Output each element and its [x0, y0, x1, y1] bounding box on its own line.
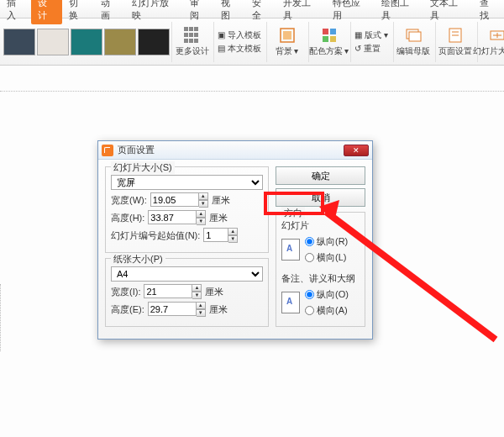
- page-portrait-icon: [281, 292, 300, 313]
- background-button[interactable]: 背景 ▾: [266, 22, 307, 62]
- spinner-buttons[interactable]: ▲▼: [192, 284, 202, 299]
- svg-rect-4: [323, 36, 328, 42]
- tab-search[interactable]: 查找: [473, 0, 504, 24]
- page-portrait-icon: [281, 239, 300, 261]
- tab-transition[interactable]: 切换: [62, 0, 93, 24]
- theme-thumb[interactable]: [138, 29, 170, 55]
- template-group: ▣导入模板 ▤本文模板: [213, 22, 265, 62]
- slides-orientation-header: 幻灯片: [281, 219, 360, 232]
- slide-size-group: 幻灯片大小(S) 宽屏 宽度(W): ▲▼ 厘米 高度(H): ▲▼ 厘米 幻灯…: [105, 166, 269, 253]
- svg-rect-7: [409, 32, 421, 41]
- tab-security[interactable]: 安全: [245, 0, 276, 24]
- import-icon: ▣: [218, 30, 225, 39]
- notes-orientation-header: 备注、讲义和大纲: [281, 272, 360, 285]
- dialog-titlebar[interactable]: 页面设置 ✕: [98, 141, 372, 160]
- svg-rect-3: [330, 29, 336, 34]
- slide-landscape-radio[interactable]: 横向(L): [305, 251, 348, 264]
- ribbon: 更多设计 ▣导入模板 ▤本文模板 背景 ▾ 配色方案 ▾ ▦版式 ▾ ↺重置 编…: [0, 18, 504, 66]
- tab-review[interactable]: 审阅: [183, 0, 214, 24]
- tab-texttools[interactable]: 文本工具: [423, 0, 472, 24]
- paper-size-preset-select[interactable]: A4: [111, 266, 263, 282]
- grid-icon: [184, 27, 201, 44]
- orientation-group: 方向 幻灯片 纵向(R) 横向(L) 备注、讲义和大纲 纵向(O) 横向(A): [276, 212, 365, 327]
- paper-width-input[interactable]: [144, 284, 192, 298]
- reset-icon: ↺: [354, 44, 361, 53]
- tab-insert[interactable]: 插入: [0, 0, 31, 24]
- tab-animation[interactable]: 动画: [94, 0, 125, 24]
- layout-icon: ▦: [354, 30, 362, 39]
- close-button[interactable]: ✕: [344, 145, 369, 156]
- slide-height-input[interactable]: [148, 210, 197, 224]
- slide-size-button[interactable]: 幻灯片大小 ▾: [477, 22, 504, 62]
- more-designs-button[interactable]: 更多设计: [171, 22, 212, 62]
- theme-thumbnails[interactable]: [3, 29, 170, 55]
- height-label: 高度(H):: [111, 212, 144, 224]
- spinner-buttons[interactable]: ▲▼: [197, 302, 206, 317]
- theme-thumb[interactable]: [104, 29, 136, 55]
- tab-devtools[interactable]: 开发工具: [276, 0, 325, 24]
- slide-size-icon: [489, 27, 504, 44]
- page-setup-button[interactable]: 页面设置: [435, 22, 475, 62]
- master-icon: [405, 27, 422, 44]
- start-number-input[interactable]: [203, 228, 228, 242]
- slide-width-input[interactable]: [150, 192, 199, 207]
- spinner-buttons[interactable]: ▲▼: [228, 228, 238, 243]
- notes-portrait-radio[interactable]: 纵向(O): [305, 288, 349, 301]
- layout-group: ▦版式 ▾ ↺重置: [350, 22, 391, 62]
- import-template-button[interactable]: ▣导入模板: [218, 29, 261, 41]
- slide-edge: [0, 284, 1, 351]
- paper-height-label: 高度(E):: [111, 303, 144, 316]
- theme-thumb[interactable]: [3, 29, 35, 55]
- start-number-label: 幻灯片编号起始值(N):: [111, 229, 200, 242]
- reset-button[interactable]: ↺重置: [354, 43, 388, 55]
- app-icon: [102, 145, 113, 156]
- slide-size-preset-select[interactable]: 宽屏: [111, 175, 263, 190]
- dialog-title: 页面设置: [118, 144, 155, 156]
- tab-view[interactable]: 视图: [214, 0, 245, 24]
- slide-portrait-radio[interactable]: 纵向(R): [305, 235, 348, 248]
- paper-height-input[interactable]: [148, 302, 197, 316]
- spinner-buttons[interactable]: ▲▼: [199, 192, 208, 208]
- svg-rect-1: [283, 31, 291, 39]
- svg-rect-2: [323, 29, 328, 34]
- slide-edge: [0, 91, 504, 92]
- width-label: 宽度(W):: [111, 194, 147, 207]
- svg-rect-5: [330, 36, 336, 42]
- page-setup-icon: [447, 27, 464, 44]
- palette-icon: [321, 27, 338, 44]
- tab-slideshow[interactable]: 幻灯片放映: [125, 0, 183, 24]
- cancel-button[interactable]: 取消: [276, 188, 365, 207]
- notes-landscape-radio[interactable]: 横向(A): [305, 304, 349, 317]
- ribbon-tabs: 插入 设计 切换 动画 幻灯片放映 审阅 视图 安全 开发工具 特色应用 绘图工…: [0, 0, 504, 18]
- layout-button[interactable]: ▦版式 ▾: [354, 29, 388, 41]
- template-icon: ▤: [218, 44, 225, 53]
- edit-master-button[interactable]: 编辑母版: [393, 22, 433, 62]
- theme-thumb[interactable]: [37, 29, 69, 55]
- paper-width-label: 宽度(I):: [111, 286, 140, 298]
- tab-special[interactable]: 特色应用: [326, 0, 375, 24]
- background-icon: [279, 27, 296, 44]
- tab-drawtools[interactable]: 绘图工具: [375, 0, 423, 24]
- spinner-buttons[interactable]: ▲▼: [197, 210, 206, 225]
- paper-size-group: 纸张大小(P) A4 宽度(I): ▲▼ 厘米 高度(E): ▲▼ 厘米: [105, 258, 269, 327]
- theme-thumb[interactable]: [71, 29, 102, 55]
- ok-button[interactable]: 确定: [276, 166, 365, 185]
- page-setup-dialog: 页面设置 ✕ 幻灯片大小(S) 宽屏 宽度(W): ▲▼ 厘米 高度(H): ▲…: [97, 140, 373, 340]
- tab-design[interactable]: 设计: [31, 0, 62, 24]
- this-template-button[interactable]: ▤本文模板: [218, 43, 261, 55]
- color-scheme-button[interactable]: 配色方案 ▾: [308, 22, 349, 62]
